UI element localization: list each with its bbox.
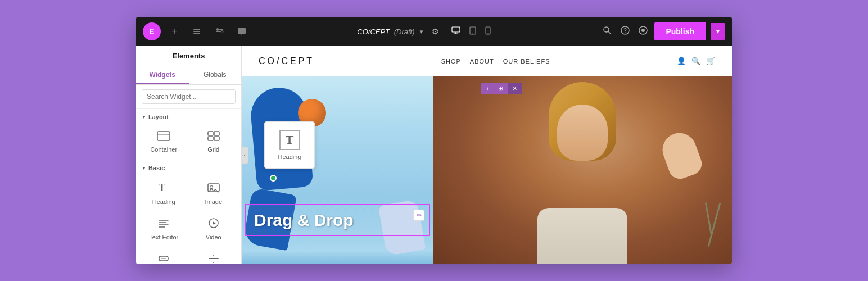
svg-text:?: ? [624, 28, 627, 34]
page-settings-icon[interactable]: ⚙ [432, 27, 439, 36]
widget-button[interactable]: Button [139, 247, 188, 264]
widget-image[interactable]: Image [189, 176, 238, 210]
svg-rect-5 [452, 27, 460, 32]
heading-widget-icon: T [279, 130, 300, 150]
search-input[interactable] [142, 89, 236, 104]
selected-element[interactable]: ✏ Drag & Drop [245, 204, 430, 236]
svg-text:T: T [159, 182, 165, 193]
container-icon [157, 131, 170, 144]
nav-icons: 👤 🔍 🛒 [677, 57, 715, 65]
drop-cursor-indicator [270, 175, 277, 182]
add-button[interactable]: + [165, 22, 183, 40]
svg-rect-0 [193, 29, 200, 30]
user-icon[interactable]: 👤 [677, 57, 686, 65]
section-close-button[interactable]: ✕ [508, 83, 522, 94]
text-editor-icon [157, 217, 170, 232]
cart-icon[interactable]: 🛒 [706, 57, 715, 65]
svg-rect-17 [214, 132, 219, 135]
widget-video[interactable]: Video [189, 211, 238, 246]
widget-grid[interactable]: Grid [189, 125, 238, 158]
basic-widgets-grid: T Heading Image [136, 174, 241, 264]
grid-icon [207, 131, 220, 144]
main-content: Elements Widgets Globals ▼ Layout [136, 46, 732, 264]
help-icon[interactable]: ? [618, 24, 632, 39]
tab-widgets[interactable]: Widgets [136, 66, 189, 84]
button-icon [157, 253, 170, 264]
publish-dropdown-button[interactable]: ▾ [711, 23, 725, 40]
svg-point-14 [641, 29, 645, 32]
panel-header: Elements [136, 46, 241, 66]
left-panel: Elements Widgets Globals ▼ Layout [136, 46, 242, 264]
canvas-area: CO/CEPT SHOP ABOUT OUR BELIEFS 👤 🔍 🛒 + [242, 46, 732, 264]
svg-rect-2 [193, 33, 200, 34]
search-icon[interactable] [600, 24, 614, 39]
layout-section-title: ▼ Layout [136, 109, 241, 123]
canvas-navbar: CO/CEPT SHOP ABOUT OUR BELIEFS 👤 🔍 🛒 [242, 46, 732, 76]
image-icon [207, 182, 220, 196]
svg-rect-16 [208, 132, 213, 135]
layers-button[interactable] [188, 22, 206, 40]
tab-globals[interactable]: Globals [189, 66, 242, 84]
canvas-right [433, 76, 732, 264]
svg-rect-19 [214, 137, 219, 140]
elementor-logo[interactable]: E [143, 22, 161, 40]
widget-text-editor[interactable]: Text Editor [139, 211, 188, 246]
section-toolbar: + ⊞ ✕ [481, 83, 522, 94]
nav-link-shop[interactable]: SHOP [441, 58, 461, 65]
layout-widgets-grid: Container Grid [136, 123, 241, 160]
panel-tabs: Widgets Globals [136, 66, 241, 85]
divider-icon [207, 253, 220, 264]
canvas-content: T Heading ✏ Drag & Drop [242, 76, 732, 264]
tablet-view-button[interactable] [466, 24, 480, 39]
preview-icon[interactable] [636, 24, 650, 39]
nav-search-icon[interactable]: 🔍 [691, 57, 700, 65]
svg-rect-15 [157, 132, 170, 140]
right-photo [433, 76, 732, 264]
mobile-view-button[interactable] [482, 24, 494, 39]
canvas-page: CO/CEPT SHOP ABOUT OUR BELIEFS 👤 🔍 🛒 + [242, 46, 732, 264]
svg-rect-18 [208, 137, 213, 140]
svg-point-9 [487, 33, 489, 34]
heading-icon: T [157, 182, 170, 196]
nav-link-about[interactable]: ABOUT [470, 58, 494, 65]
section-grid-button[interactable]: ⊞ [494, 83, 508, 94]
drag-drop-text: Drag & Drop [254, 211, 421, 229]
hero-bg: T Heading ✏ Drag & Drop [242, 76, 433, 264]
svg-rect-1 [193, 31, 200, 32]
svg-point-7 [472, 33, 473, 34]
top-bar-center: CO/CEPT (Draft) ▾ ⚙ [255, 24, 596, 39]
video-icon [207, 217, 220, 232]
heading-widget[interactable]: T Heading [264, 121, 315, 169]
svg-point-3 [221, 31, 223, 33]
publish-button[interactable]: Publish [654, 22, 706, 40]
svg-point-22 [210, 186, 213, 189]
edit-pencil-icon[interactable]: ✏ [413, 210, 424, 221]
top-bar: E + CO/CEPT (Draft) [136, 17, 732, 46]
panel-collapse-tab[interactable]: ‹ [241, 147, 248, 164]
widget-divider[interactable]: Divider [189, 247, 238, 264]
comments-button[interactable] [233, 22, 251, 40]
customize-button[interactable] [210, 22, 228, 40]
desktop-view-button[interactable] [448, 24, 464, 39]
basic-section-title: ▼ Basic [136, 160, 241, 174]
page-title[interactable]: CO/CEPT (Draft) ▾ [357, 28, 423, 36]
brand-logo: CO/CEPT [259, 56, 314, 66]
nav-link-our-beliefs[interactable]: OUR BELIEFS [503, 58, 550, 65]
widget-container[interactable]: Container [139, 125, 188, 158]
widget-search-box [136, 85, 241, 109]
top-bar-right: ? Publish ▾ [600, 22, 725, 40]
woman-silhouette [433, 76, 732, 264]
section-add-button[interactable]: + [481, 83, 494, 94]
widget-heading[interactable]: T Heading [139, 176, 188, 210]
device-switcher [448, 24, 494, 39]
nav-links: SHOP ABOUT OUR BELIEFS [441, 58, 550, 65]
canvas-left: T Heading ✏ Drag & Drop [242, 76, 433, 264]
